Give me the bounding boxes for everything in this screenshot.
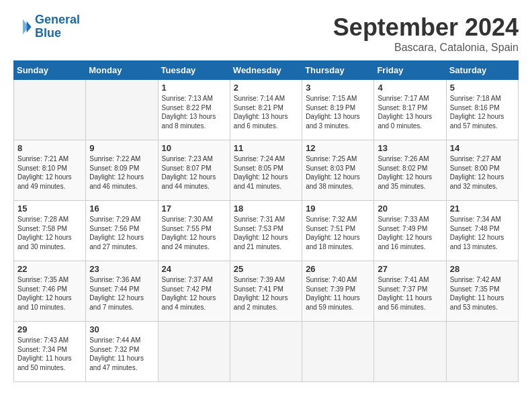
calendar-cell (302, 322, 374, 382)
calendar-cell (230, 322, 302, 382)
col-monday: Monday (86, 61, 158, 80)
calendar-week-row: 29Sunrise: 7:43 AMSunset: 7:34 PMDayligh… (14, 322, 519, 382)
svg-marker-1 (23, 19, 28, 34)
calendar-cell: 13Sunrise: 7:26 AMSunset: 8:02 PMDayligh… (374, 140, 446, 201)
calendar-cell (374, 322, 446, 382)
calendar-cell: 15Sunrise: 7:28 AMSunset: 7:58 PMDayligh… (14, 201, 86, 261)
calendar-cell: 23Sunrise: 7:36 AMSunset: 7:44 PMDayligh… (86, 261, 158, 322)
calendar-cell: 11Sunrise: 7:24 AMSunset: 8:05 PMDayligh… (230, 140, 302, 201)
page-header: GeneralBlue September 2024 Bascara, Cata… (13, 13, 519, 54)
calendar-header-row: Sunday Monday Tuesday Wednesday Thursday… (14, 61, 519, 80)
calendar-cell: 12Sunrise: 7:25 AMSunset: 8:03 PMDayligh… (302, 140, 374, 201)
calendar-cell: 5Sunrise: 7:18 AMSunset: 8:16 PMDaylight… (446, 80, 518, 140)
col-saturday: Saturday (446, 61, 518, 80)
logo: GeneralBlue (13, 13, 80, 40)
calendar-cell: 14Sunrise: 7:27 AMSunset: 8:00 PMDayligh… (446, 140, 518, 201)
calendar-cell: 26Sunrise: 7:40 AMSunset: 7:39 PMDayligh… (302, 261, 374, 322)
month-year-title: September 2024 (333, 13, 519, 42)
calendar-cell: 8Sunrise: 7:21 AMSunset: 8:10 PMDaylight… (14, 140, 86, 201)
logo-icon (13, 17, 32, 36)
calendar-cell: 2Sunrise: 7:14 AMSunset: 8:21 PMDaylight… (230, 80, 302, 140)
calendar-cell: 27Sunrise: 7:41 AMSunset: 7:37 PMDayligh… (374, 261, 446, 322)
calendar-week-row: 8Sunrise: 7:21 AMSunset: 8:10 PMDaylight… (14, 140, 519, 201)
calendar-cell: 28Sunrise: 7:42 AMSunset: 7:35 PMDayligh… (446, 261, 518, 322)
calendar-cell: 22Sunrise: 7:35 AMSunset: 7:46 PMDayligh… (14, 261, 86, 322)
calendar-cell: 20Sunrise: 7:33 AMSunset: 7:49 PMDayligh… (374, 201, 446, 261)
calendar-week-row: 22Sunrise: 7:35 AMSunset: 7:46 PMDayligh… (14, 261, 519, 322)
calendar-cell: 25Sunrise: 7:39 AMSunset: 7:41 PMDayligh… (230, 261, 302, 322)
title-section: September 2024 Bascara, Catalonia, Spain (333, 13, 519, 54)
calendar-cell: 1Sunrise: 7:13 AMSunset: 8:22 PMDaylight… (158, 80, 230, 140)
calendar-cell: 29Sunrise: 7:43 AMSunset: 7:34 PMDayligh… (14, 322, 86, 382)
col-sunday: Sunday (14, 61, 86, 80)
calendar-cell (86, 80, 158, 140)
calendar-cell: 30Sunrise: 7:44 AMSunset: 7:32 PMDayligh… (86, 322, 158, 382)
calendar-cell: 9Sunrise: 7:22 AMSunset: 8:09 PMDaylight… (86, 140, 158, 201)
calendar-cell: 17Sunrise: 7:30 AMSunset: 7:55 PMDayligh… (158, 201, 230, 261)
calendar-cell: 16Sunrise: 7:29 AMSunset: 7:56 PMDayligh… (86, 201, 158, 261)
calendar-cell: 4Sunrise: 7:17 AMSunset: 8:17 PMDaylight… (374, 80, 446, 140)
col-friday: Friday (374, 61, 446, 80)
calendar-cell: 10Sunrise: 7:23 AMSunset: 8:07 PMDayligh… (158, 140, 230, 201)
calendar-cell (14, 80, 86, 140)
calendar-week-row: 15Sunrise: 7:28 AMSunset: 7:58 PMDayligh… (14, 201, 519, 261)
logo-text: GeneralBlue (35, 13, 80, 40)
calendar-cell: 21Sunrise: 7:34 AMSunset: 7:48 PMDayligh… (446, 201, 518, 261)
calendar-table: Sunday Monday Tuesday Wednesday Thursday… (13, 60, 519, 382)
col-wednesday: Wednesday (230, 61, 302, 80)
calendar-cell (158, 322, 230, 382)
col-thursday: Thursday (302, 61, 374, 80)
location-subtitle: Bascara, Catalonia, Spain (333, 42, 519, 54)
calendar-cell: 19Sunrise: 7:32 AMSunset: 7:51 PMDayligh… (302, 201, 374, 261)
calendar-cell: 24Sunrise: 7:37 AMSunset: 7:42 PMDayligh… (158, 261, 230, 322)
calendar-cell: 3Sunrise: 7:15 AMSunset: 8:19 PMDaylight… (302, 80, 374, 140)
calendar-cell: 18Sunrise: 7:31 AMSunset: 7:53 PMDayligh… (230, 201, 302, 261)
col-tuesday: Tuesday (158, 61, 230, 80)
calendar-cell (446, 322, 518, 382)
calendar-week-row: 1Sunrise: 7:13 AMSunset: 8:22 PMDaylight… (14, 80, 519, 140)
